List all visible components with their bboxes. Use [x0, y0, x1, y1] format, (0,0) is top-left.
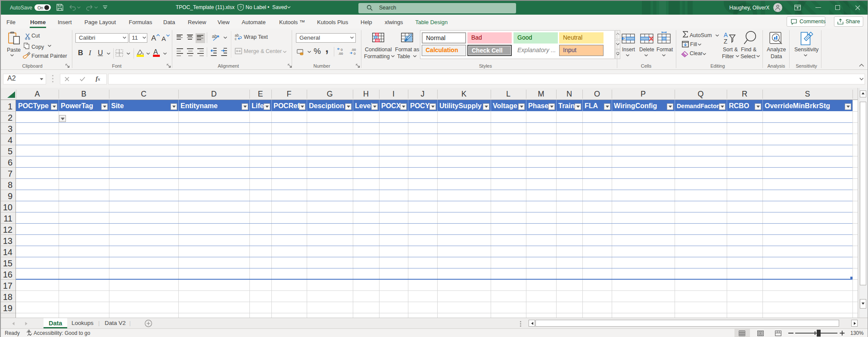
svg-text:0: 0	[354, 52, 356, 56]
svg-text:.00: .00	[338, 52, 343, 56]
svg-text:?: ?	[240, 5, 242, 9]
svg-text:.00: .00	[351, 48, 356, 52]
svg-text:0: 0	[341, 48, 343, 52]
svg-text:Z: Z	[724, 38, 728, 45]
svg-text:A: A	[724, 31, 728, 38]
